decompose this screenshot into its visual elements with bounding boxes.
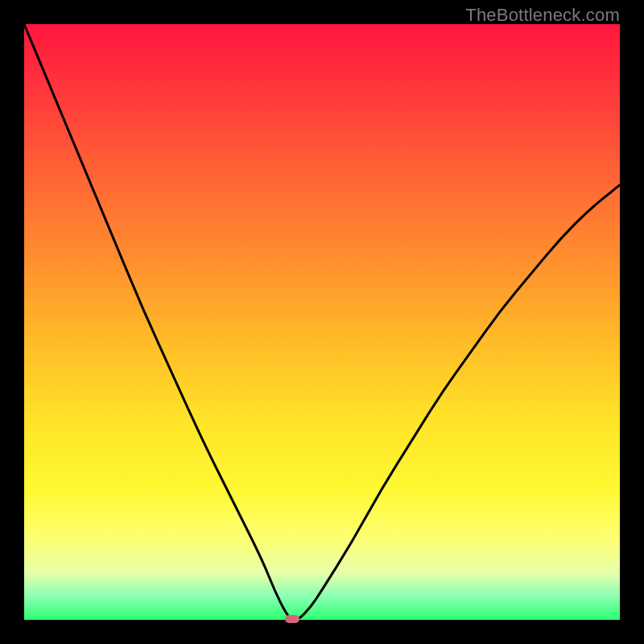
minimum-marker [285,615,299,623]
curve-svg [24,24,620,620]
chart-frame: TheBottleneck.com [0,0,644,644]
watermark-text: TheBottleneck.com [465,5,620,26]
plot-area [24,24,620,620]
bottleneck-curve [24,24,620,620]
